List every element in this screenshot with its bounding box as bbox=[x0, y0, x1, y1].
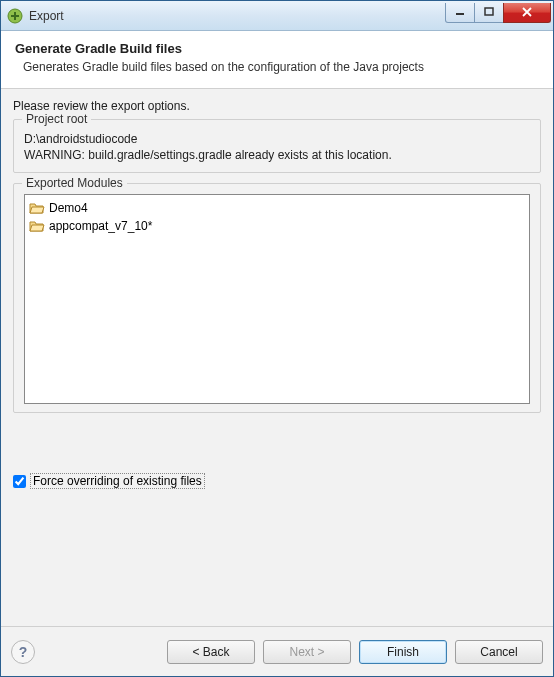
module-item[interactable]: Demo4 bbox=[29, 199, 525, 217]
help-button[interactable]: ? bbox=[11, 640, 35, 664]
cancel-button[interactable]: Cancel bbox=[455, 640, 543, 664]
project-root-label: Project root bbox=[22, 112, 91, 126]
project-root-group: Project root D:\androidstudiocode WARNIN… bbox=[13, 119, 541, 173]
project-root-warning: WARNING: build.gradle/settings.gradle al… bbox=[24, 148, 530, 162]
titlebar[interactable]: Export bbox=[1, 1, 553, 31]
review-text: Please review the export options. bbox=[13, 99, 541, 113]
button-bar: ? < Back Next > Finish Cancel bbox=[1, 626, 553, 676]
module-item[interactable]: appcompat_v7_10* bbox=[29, 217, 525, 235]
svg-rect-4 bbox=[485, 8, 493, 15]
force-override-label[interactable]: Force overriding of existing files bbox=[30, 473, 205, 489]
folder-open-icon bbox=[29, 218, 45, 234]
force-override-checkbox[interactable] bbox=[13, 475, 26, 488]
module-name: appcompat_v7_10* bbox=[49, 219, 152, 233]
export-dialog-window: Export Generate Gradle Build files Gener… bbox=[0, 0, 554, 677]
app-icon bbox=[7, 8, 23, 24]
force-override-row: Force overriding of existing files bbox=[13, 473, 541, 489]
svg-rect-3 bbox=[456, 13, 464, 15]
help-icon: ? bbox=[19, 644, 28, 660]
svg-rect-2 bbox=[11, 15, 19, 17]
finish-button[interactable]: Finish bbox=[359, 640, 447, 664]
folder-open-icon bbox=[29, 200, 45, 216]
wizard-content: Please review the export options. Projec… bbox=[1, 89, 553, 626]
maximize-button[interactable] bbox=[474, 3, 504, 23]
window-controls bbox=[446, 3, 551, 23]
next-button: Next > bbox=[263, 640, 351, 664]
module-name: Demo4 bbox=[49, 201, 88, 215]
minimize-button[interactable] bbox=[445, 3, 475, 23]
wizard-title: Generate Gradle Build files bbox=[15, 41, 539, 56]
back-button[interactable]: < Back bbox=[167, 640, 255, 664]
wizard-header: Generate Gradle Build files Generates Gr… bbox=[1, 31, 553, 89]
close-button[interactable] bbox=[503, 3, 551, 23]
exported-modules-label: Exported Modules bbox=[22, 176, 127, 190]
wizard-subtitle: Generates Gradle build files based on th… bbox=[15, 60, 539, 74]
exported-modules-list[interactable]: Demo4 appcompat_v7_10* bbox=[24, 194, 530, 404]
window-title: Export bbox=[29, 9, 446, 23]
project-root-path: D:\androidstudiocode bbox=[24, 132, 530, 146]
exported-modules-group: Exported Modules Demo4 appcompat_v7_10* bbox=[13, 183, 541, 413]
